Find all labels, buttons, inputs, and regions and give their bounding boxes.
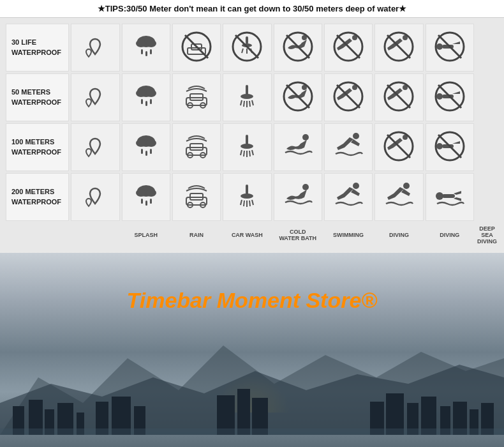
- col-header-2: CAR WASH: [223, 223, 271, 247]
- svg-rect-92: [186, 197, 207, 205]
- icon-cell-r1-c5: [324, 73, 373, 121]
- icon-cell-r2-c0: [71, 123, 119, 171]
- city-silhouette: [0, 320, 504, 435]
- svg-rect-65: [150, 149, 152, 154]
- col-header-6: DIVING: [426, 223, 474, 247]
- icon-cell-r3-c0: [71, 173, 119, 221]
- icon-cell-r1-c3: [223, 73, 271, 121]
- col-header-5: DIVING: [374, 223, 423, 247]
- row-label-2: 100 METERSWATERPROOF: [6, 123, 69, 171]
- svg-point-87: [136, 189, 146, 197]
- svg-rect-40: [246, 85, 248, 95]
- icon-cell-r1-c4: [274, 73, 322, 121]
- icon-cell-r2-c4: [274, 123, 322, 171]
- icon-cell-r3-c3: [223, 173, 271, 221]
- store-name: Timebar Moment Store®: [0, 288, 504, 313]
- svg-point-2: [146, 40, 156, 47]
- svg-line-73: [244, 151, 244, 156]
- icon-cell-r0-c6: [374, 24, 423, 72]
- svg-line-42: [241, 100, 242, 105]
- svg-rect-33: [141, 99, 143, 104]
- svg-rect-5: [150, 49, 152, 54]
- svg-point-71: [241, 144, 253, 149]
- svg-rect-70: [246, 135, 248, 145]
- svg-line-46: [252, 100, 253, 105]
- svg-line-101: [249, 201, 250, 206]
- row-label-3: 200 METERSWATERPROOF: [6, 173, 69, 221]
- icon-cell-r3-c6: [374, 173, 423, 221]
- col-header-3: COLDWATER BATH: [274, 223, 322, 247]
- svg-line-102: [252, 200, 253, 205]
- icon-cell-r1-c0: [71, 73, 119, 121]
- icon-cell-r1-c2: [172, 73, 221, 121]
- svg-line-72: [241, 150, 242, 155]
- svg-point-77: [302, 134, 309, 140]
- bottom-section: Timebar Moment Store®: [0, 253, 504, 447]
- svg-rect-107: [442, 194, 455, 198]
- svg-rect-34: [145, 101, 147, 106]
- svg-point-41: [241, 94, 253, 99]
- icon-cell-r1-c7: [426, 73, 474, 121]
- svg-point-26: [436, 43, 443, 50]
- svg-point-62: [146, 139, 156, 147]
- col-header-7: DEEPSEA DIVING: [476, 223, 498, 247]
- icon-cell-r0-c1: [122, 24, 170, 72]
- icon-cell-r1-c6: [374, 73, 423, 121]
- icon-cell-r3-c1: [122, 173, 170, 221]
- icon-cell-r3-c5: [324, 173, 373, 221]
- svg-rect-64: [145, 151, 147, 156]
- icon-cell-r3-c7: [426, 173, 474, 221]
- svg-rect-66: [186, 148, 207, 155]
- svg-point-97: [241, 193, 253, 199]
- col-header-1: RAIN: [172, 223, 221, 247]
- icon-cell-r2-c5: [324, 123, 373, 171]
- svg-point-104: [353, 183, 359, 189]
- svg-rect-96: [246, 185, 248, 195]
- svg-point-56: [436, 93, 443, 100]
- svg-rect-119: [237, 389, 250, 435]
- row-label-1: 50 METERSWATERPROOF: [6, 73, 69, 121]
- svg-point-1: [136, 40, 146, 47]
- icon-cell-r0-c2: [172, 24, 221, 72]
- icon-cell-r2-c3: [223, 123, 271, 171]
- icon-cell-r2-c6: [374, 123, 423, 171]
- svg-point-61: [136, 139, 146, 147]
- svg-rect-90: [145, 201, 147, 206]
- waterproof-table: 30 LIFEWATERPROOF 50 METERS: [4, 22, 500, 249]
- waterproof-section: 30 LIFEWATERPROOF 50 METERS: [0, 18, 504, 253]
- icon-cell-r0-c5: [324, 24, 373, 72]
- icon-cell-r2-c2: [172, 123, 221, 171]
- icon-cell-r1-c1: [122, 73, 170, 121]
- col-header-0: SPLASH: [122, 223, 170, 247]
- svg-point-88: [146, 189, 156, 197]
- icon-cell-r0-c4: [274, 24, 322, 72]
- icon-cell-r2-c1: [122, 123, 170, 171]
- svg-rect-63: [141, 149, 143, 154]
- icon-cell-r2-c7: [426, 123, 474, 171]
- svg-rect-91: [150, 199, 152, 204]
- svg-rect-89: [141, 199, 143, 204]
- icon-cell-r0-c3: [223, 24, 271, 72]
- svg-rect-4: [145, 51, 147, 56]
- svg-line-75: [249, 151, 250, 156]
- svg-line-45: [249, 101, 250, 107]
- svg-point-105: [403, 183, 410, 189]
- svg-rect-10: [246, 36, 248, 44]
- svg-line-99: [244, 201, 244, 206]
- svg-line-98: [241, 200, 242, 205]
- svg-rect-35: [150, 99, 152, 104]
- icon-cell-r0-c7: [426, 24, 474, 72]
- svg-rect-129: [0, 428, 504, 435]
- svg-line-12: [242, 49, 243, 53]
- icon-cell-r0-c0: [71, 24, 119, 72]
- svg-rect-36: [186, 98, 207, 105]
- banner-text: ★TIPS:30/50 Meter don't mean it can get …: [98, 4, 406, 13]
- svg-line-76: [252, 150, 253, 155]
- svg-point-32: [146, 89, 156, 97]
- icon-cell-r3-c2: [172, 173, 221, 221]
- row-label-0: 30 LIFEWATERPROOF: [6, 24, 69, 72]
- icon-cell-r3-c4: [274, 173, 322, 221]
- top-banner: ★TIPS:30/50 Meter don't mean it can get …: [0, 0, 504, 18]
- svg-point-31: [136, 89, 146, 97]
- svg-point-82: [436, 143, 443, 149]
